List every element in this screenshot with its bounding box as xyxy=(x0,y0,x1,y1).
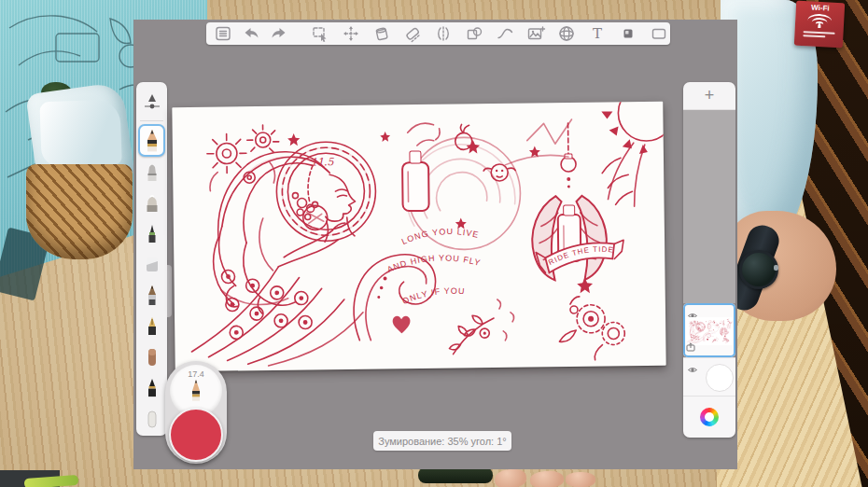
wifi-sign-photo: Wi-Fi xyxy=(794,1,845,49)
svg-text:T: T xyxy=(593,25,602,42)
shapes-icon[interactable] xyxy=(463,23,485,44)
fill-icon[interactable] xyxy=(371,23,393,44)
add-layer-button[interactable]: + xyxy=(683,82,735,110)
drawing-app-window: T 17.4 xyxy=(133,20,737,469)
mesh-sphere-icon[interactable] xyxy=(555,23,578,44)
layer-export-icon[interactable] xyxy=(686,339,695,355)
tool-marker[interactable] xyxy=(138,188,165,218)
tool-felt-pen[interactable] xyxy=(138,157,165,188)
text-tool-icon[interactable]: T xyxy=(586,23,609,44)
tool-chalk[interactable] xyxy=(138,403,165,434)
tool-fineliner[interactable] xyxy=(138,218,165,249)
zoom-status-text: Зумирование: 35% угол: 1° xyxy=(378,436,507,447)
empty-layer-thumbnail xyxy=(706,364,734,392)
symmetry-icon[interactable] xyxy=(432,23,455,44)
color-wheel-icon[interactable] xyxy=(700,408,719,426)
layers-panel: + xyxy=(683,82,735,438)
tool-paintbrush[interactable] xyxy=(138,280,165,311)
marquee-select-icon[interactable] xyxy=(309,23,331,44)
undo-icon[interactable] xyxy=(240,23,262,44)
phone-edge-photo xyxy=(418,467,493,483)
napkin-basket-photo xyxy=(24,86,136,261)
brush-tools-panel xyxy=(136,82,167,436)
finger-photo xyxy=(566,472,595,487)
layer-visibility-eye-icon[interactable] xyxy=(687,361,698,378)
redo-icon[interactable] xyxy=(268,23,290,44)
import-image-icon[interactable] xyxy=(525,23,547,44)
finger-photo xyxy=(530,470,565,487)
eraser-icon[interactable] xyxy=(401,23,424,44)
top-toolbar: T xyxy=(206,22,670,45)
move-icon[interactable] xyxy=(340,23,362,44)
tool-fountain-pen[interactable] xyxy=(138,311,165,341)
layers-panel-body xyxy=(683,110,735,303)
tool-pencil[interactable] xyxy=(138,124,165,157)
red-ink-artwork xyxy=(172,102,665,371)
curve-icon[interactable] xyxy=(494,23,516,44)
watch-crown-photo xyxy=(774,265,778,271)
brush-size-value: 17.4 xyxy=(170,369,222,379)
wifi-sign-label: Wi-Fi xyxy=(796,3,845,14)
tool-eraser[interactable] xyxy=(138,249,165,280)
brush-control-pill: 17.4 xyxy=(165,361,227,464)
color-wheel-cell[interactable] xyxy=(683,396,735,438)
frame-icon[interactable] xyxy=(648,23,670,44)
tools-panel-handle[interactable] xyxy=(167,265,172,317)
tool-pastel[interactable] xyxy=(138,341,165,372)
tool-size-adjuster[interactable] xyxy=(138,87,165,118)
watch-face-photo xyxy=(739,250,778,289)
pencil-tip-icon xyxy=(189,379,203,403)
drawing-canvas[interactable] xyxy=(172,102,665,371)
screen: Wi-Fi xyxy=(0,0,868,487)
current-color-swatch[interactable] xyxy=(169,408,223,462)
wicker-basket-photo xyxy=(26,164,133,259)
zoom-status-bar: Зумирование: 35% угол: 1° xyxy=(373,431,511,451)
tool-ink-pen[interactable] xyxy=(138,372,165,403)
wifi-icon xyxy=(807,12,833,28)
menu-icon[interactable] xyxy=(212,23,234,44)
layer-item-artwork[interactable] xyxy=(683,303,735,357)
swatch-icon[interactable] xyxy=(617,23,639,44)
layer-item-background[interactable] xyxy=(683,357,735,396)
